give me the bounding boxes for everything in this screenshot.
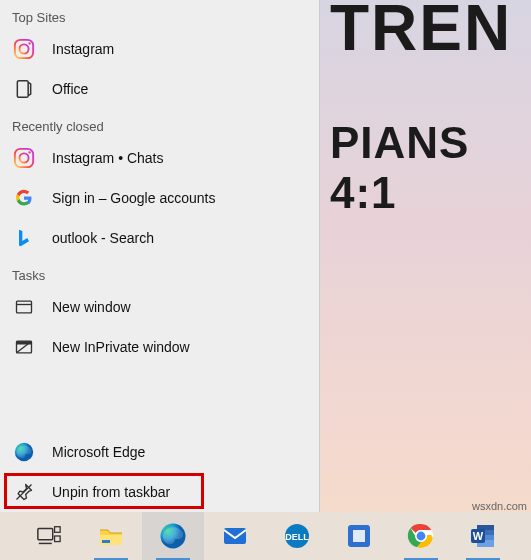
taskbar-edge-button[interactable] [142,512,204,560]
wallpaper-line2: PIANS 4:1 [330,118,531,218]
window-icon [12,295,36,319]
office-icon [12,77,36,101]
edge-icon [12,440,36,464]
taskbar-dell-button[interactable]: DELL [266,512,328,560]
taskbar-jumplist: Top Sites Instagram Office Recently clos… [0,0,320,512]
taskbar-word-button[interactable]: W [452,512,514,560]
svg-point-2 [28,42,30,44]
jumplist-label: Unpin from taskbar [52,484,170,500]
taskbar: DELL W [0,512,531,560]
jumplist-label: Office [52,81,88,97]
mail-icon [220,521,250,551]
svg-rect-18 [102,540,110,543]
section-header-top-sites: Top Sites [0,0,319,29]
svg-rect-4 [15,149,33,167]
taskbar-mail-button[interactable] [204,512,266,560]
svg-point-6 [28,151,30,153]
svg-text:W: W [473,530,484,542]
jumplist-item-google-signin[interactable]: Sign in – Google accounts [0,178,319,218]
edge-icon [158,521,188,551]
svg-point-1 [19,44,28,53]
svg-rect-13 [38,529,53,540]
section-header-recently-closed: Recently closed [0,109,319,138]
wallpaper-line1: TREN [330,0,531,58]
taskbar-chrome-button[interactable] [390,512,452,560]
svg-rect-15 [55,536,61,542]
wallpaper-text: TREN PIANS 4:1 [330,0,531,218]
chrome-icon [406,521,436,551]
svg-rect-0 [15,40,33,58]
jumplist-item-microsoft-edge[interactable]: Microsoft Edge [0,432,319,472]
bing-icon [12,226,36,250]
instagram-icon [12,146,36,170]
jumplist-label: outlook - Search [52,230,154,246]
jumplist-item-new-inprivate-window[interactable]: New InPrivate window [0,327,319,367]
svg-rect-7 [17,301,32,313]
svg-rect-3 [17,81,28,98]
svg-rect-14 [55,527,61,533]
svg-point-5 [19,153,28,162]
taskbar-app-button[interactable] [328,512,390,560]
jumplist-item-new-window[interactable]: New window [0,287,319,327]
instagram-icon [12,37,36,61]
jumplist-item-instagram[interactable]: Instagram [0,29,319,69]
inprivate-icon [12,335,36,359]
svg-rect-24 [353,530,365,542]
svg-rect-20 [224,528,246,544]
jumplist-label: New window [52,299,131,315]
task-view-icon [34,521,64,551]
jumplist-label: Instagram • Chats [52,150,164,166]
word-icon: W [468,521,498,551]
jumplist-item-instagram-chats[interactable]: Instagram • Chats [0,138,319,178]
site-watermark: wsxdn.com [472,500,527,512]
svg-text:DELL: DELL [285,532,309,542]
file-explorer-icon [96,521,126,551]
generic-app-icon [344,521,374,551]
taskbar-file-explorer-button[interactable] [80,512,142,560]
google-icon [12,186,36,210]
jumplist-item-unpin[interactable]: Unpin from taskbar [0,472,319,512]
section-header-tasks: Tasks [0,258,319,287]
jumplist-item-office[interactable]: Office [0,69,319,109]
jumplist-label: Sign in – Google accounts [52,190,215,206]
jumplist-label: New InPrivate window [52,339,190,355]
jumplist-label: Instagram [52,41,114,57]
taskbar-task-view-button[interactable] [18,512,80,560]
jumplist-item-outlook-search[interactable]: outlook - Search [0,218,319,258]
unpin-icon [12,480,36,504]
dell-icon: DELL [282,521,312,551]
jumplist-label: Microsoft Edge [52,444,145,460]
